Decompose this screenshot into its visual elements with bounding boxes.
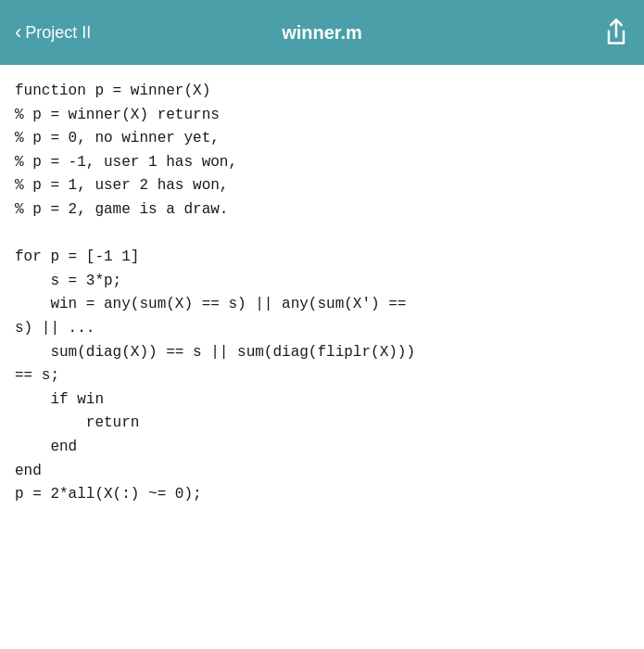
share-button[interactable] — [603, 18, 629, 47]
back-chevron-icon: ‹ — [15, 22, 21, 43]
app-container: ‹ Project II winner.m function p = winne… — [0, 0, 644, 649]
code-area: function p = winner(X) % p = winner(X) r… — [0, 65, 644, 649]
nav-back-button[interactable]: ‹ Project II — [15, 22, 91, 43]
nav-title: winner.m — [282, 22, 362, 44]
share-icon — [603, 18, 629, 47]
code-block: function p = winner(X) % p = winner(X) r… — [15, 80, 629, 507]
back-label: Project II — [25, 23, 91, 43]
nav-bar: ‹ Project II winner.m — [0, 0, 644, 65]
